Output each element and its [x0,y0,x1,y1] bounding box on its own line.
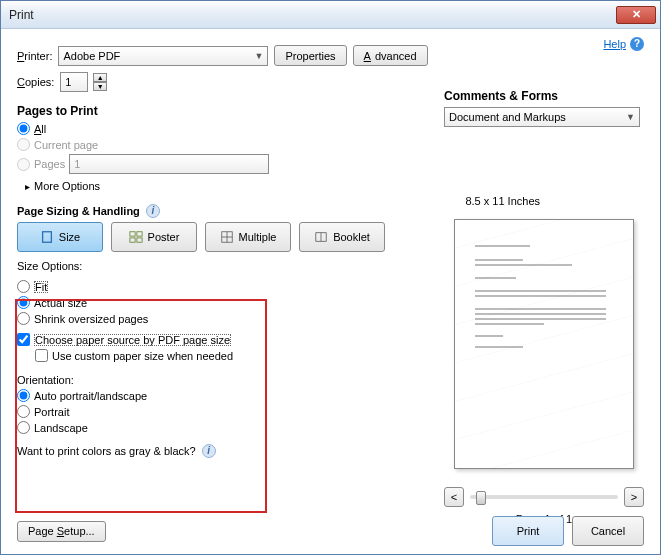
properties-button[interactable]: Properties [274,45,346,66]
radio-pages-label: Pages [34,158,65,170]
prev-page-button[interactable]: < [444,487,464,507]
multiple-icon [220,230,234,244]
print-dialog: Print ✕ Help ? Printer: Adobe PDF ▼ Prop… [0,0,661,555]
cancel-button[interactable]: Cancel [572,516,644,546]
help-link[interactable]: Help [603,38,626,50]
svg-rect-2 [136,232,141,236]
advanced-button[interactable]: Advanced [353,45,428,66]
highlight-box [15,299,267,513]
comments-heading: Comments & Forms [444,89,644,103]
chevron-down-icon: ▼ [255,51,264,61]
svg-rect-3 [129,238,134,242]
triangle-right-icon: ▸ [25,181,30,192]
close-button[interactable]: ✕ [616,6,656,24]
more-options-label: More Options [34,180,100,192]
printer-label: Printer: [17,50,52,62]
close-icon: ✕ [632,8,641,21]
svg-rect-1 [129,232,134,236]
radio-fit[interactable] [17,280,30,293]
poster-button[interactable]: Poster [111,222,197,252]
copies-input[interactable] [60,72,88,92]
sizing-heading: Page Sizing & Handling [17,205,140,217]
size-icon [40,230,54,244]
more-options-toggle[interactable]: ▸ More Options [25,180,644,192]
printer-value: Adobe PDF [63,50,120,62]
svg-rect-0 [42,232,51,243]
comments-value: Document and Markups [449,111,566,123]
radio-fit-label: Fit [34,281,48,293]
copies-spinner[interactable]: ▲▼ [93,73,107,91]
booklet-icon [314,230,328,244]
chevron-down-icon: ▼ [626,112,635,122]
copies-label: Copies: [17,76,54,88]
comments-select[interactable]: Document and Markups ▼ [444,107,640,127]
page-setup-button[interactable]: Page Setup... [17,521,106,542]
booklet-button[interactable]: Booklet [299,222,385,252]
radio-all[interactable] [17,122,30,135]
size-button[interactable]: Size [17,222,103,252]
print-preview-page [454,219,634,469]
poster-icon [129,230,143,244]
radio-current-page [17,138,30,151]
print-button[interactable]: Print [492,516,564,546]
svg-rect-4 [136,238,141,242]
radio-pages [17,158,30,171]
info-icon[interactable]: i [146,204,160,218]
next-page-button[interactable]: > [624,487,644,507]
help-icon[interactable]: ? [630,37,644,51]
preview-dimensions: 8.5 x 11 Inches [465,195,540,207]
page-slider[interactable] [470,495,618,499]
printer-select[interactable]: Adobe PDF ▼ [58,46,268,66]
pages-range-input [69,154,269,174]
window-title: Print [9,8,34,22]
radio-current-label: Current page [34,139,98,151]
radio-all-label: All [34,123,46,135]
multiple-button[interactable]: Multiple [205,222,291,252]
titlebar: Print ✕ [1,1,660,29]
